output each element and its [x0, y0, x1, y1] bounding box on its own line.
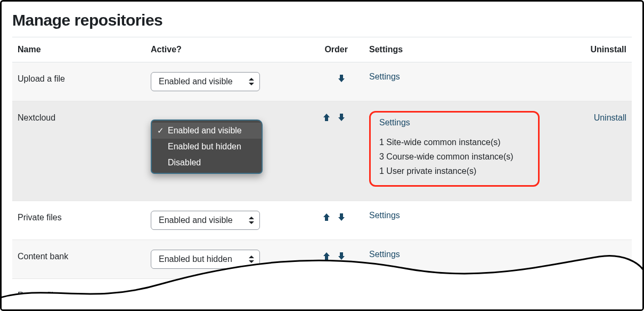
table-row: Content bank Enabled but hidden Se — [12, 240, 632, 278]
active-select-menu[interactable]: Enabled and visible Enabled but hidden D… — [151, 119, 263, 174]
column-header-uninstall: Uninstall — [568, 37, 632, 62]
arrow-down-icon — [337, 252, 346, 260]
arrow-up-icon — [322, 113, 331, 122]
repo-name: Upload a file — [12, 62, 145, 101]
active-select[interactable]: Enabled but hidden — [151, 250, 260, 269]
settings-link[interactable]: Settings — [369, 72, 400, 81]
move-down-button[interactable] — [335, 74, 348, 83]
settings-link[interactable]: Settings — [369, 250, 400, 259]
active-select-value: Enabled but hidden — [159, 254, 232, 264]
updown-caret-icon — [249, 217, 254, 224]
arrow-down-icon — [337, 74, 346, 83]
page-title: Manage repositories — [12, 11, 632, 29]
select-option[interactable]: Disabled — [152, 155, 262, 171]
move-down-button[interactable] — [335, 213, 348, 221]
active-select-value: Enabled and visible — [159, 216, 233, 225]
move-up-button[interactable] — [320, 213, 333, 221]
move-up-button[interactable] — [320, 113, 333, 122]
instance-count: 1 User private instance(s) — [379, 164, 529, 178]
repo-name: Nextcloud — [12, 101, 145, 201]
active-select[interactable]: Enabled and visible — [151, 72, 260, 91]
active-select-value: Enabled and visible — [159, 77, 233, 86]
column-header-active: Active? — [145, 37, 300, 62]
settings-callout: Settings 1 Site-wide common instance(s) … — [369, 111, 540, 187]
table-row: Recent files Enabled and visible — [12, 278, 632, 311]
column-header-name: Name — [12, 37, 145, 62]
instance-count: 1 Site-wide common instance(s) — [379, 135, 529, 149]
column-header-order: Order — [300, 37, 364, 62]
table-row: Nextcloud Enabled and visible Enabled bu… — [12, 101, 632, 201]
repositories-table: Name Active? Order Settings Uninstall Up… — [12, 37, 632, 311]
updown-caret-icon — [249, 256, 254, 263]
active-select[interactable]: Enabled and visible — [151, 211, 260, 230]
repo-name: Content bank — [12, 240, 145, 278]
arrow-down-icon — [337, 113, 346, 122]
instance-count: 3 Course-wide common instance(s) — [379, 149, 529, 164]
table-row: Private files Enabled and visible — [12, 201, 632, 240]
active-select-value: Enabled and visible — [159, 293, 233, 302]
arrow-up-icon — [322, 213, 331, 221]
move-down-button[interactable] — [335, 252, 348, 260]
select-option[interactable]: Enabled but hidden — [152, 139, 262, 155]
table-row: Upload a file Enabled and visible Settin… — [12, 62, 632, 101]
arrow-down-icon — [337, 213, 346, 221]
uninstall-link[interactable]: Uninstall — [594, 113, 626, 122]
settings-link[interactable]: Settings — [369, 211, 400, 220]
select-option[interactable]: Enabled and visible — [152, 123, 262, 139]
active-select[interactable]: Enabled and visible — [151, 289, 260, 308]
repo-name: Private files — [12, 201, 145, 240]
updown-caret-icon — [249, 294, 254, 302]
arrow-up-icon — [322, 252, 331, 260]
settings-link[interactable]: Settings — [379, 118, 410, 127]
repo-name: Recent files — [12, 278, 145, 311]
move-down-button[interactable] — [335, 113, 348, 122]
column-header-settings: Settings — [364, 37, 568, 62]
updown-caret-icon — [249, 78, 254, 85]
move-up-button[interactable] — [320, 252, 333, 260]
